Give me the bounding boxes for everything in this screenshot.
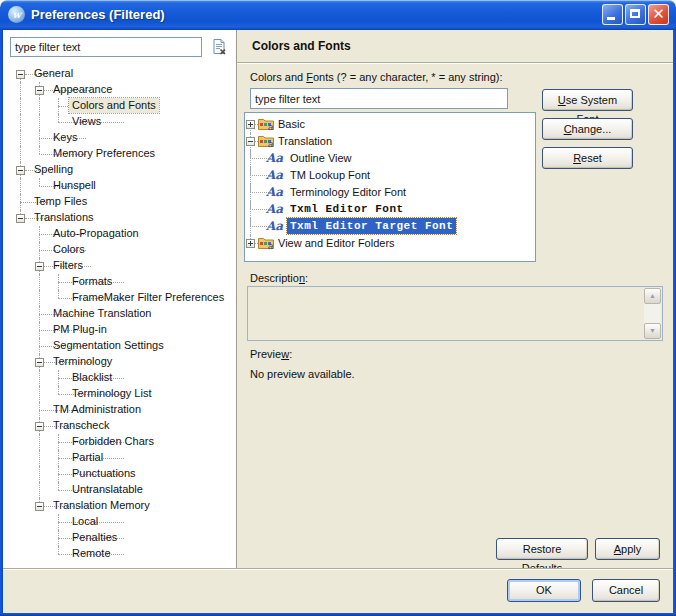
nav-item-blacklist[interactable]: Blacklist [3,370,235,386]
font-sample-Aa-icon: Aa [266,184,283,200]
tree-item-label: Spelling [31,162,76,177]
nav-item-local[interactable]: Local [3,514,235,530]
nav-item-machine-translation[interactable]: Machine Translation [3,306,235,322]
nav-item-transcheck[interactable]: Transcheck [3,418,235,434]
mnemonic-underline: C [564,123,572,135]
nav-item-framemaker-filter-preferences[interactable]: FrameMaker Filter Preferences [3,290,235,306]
tree-item-label: Appearance [50,82,115,97]
nav-item-spelling[interactable]: Spelling [3,162,235,178]
maximize-button[interactable] [625,4,646,25]
tree-item-label: Blacklist [69,370,115,385]
tree-item-label: Terminology [50,354,115,369]
scroll-up-arrow-icon: ▲ [649,292,656,299]
scroll-up-button[interactable]: ▲ [644,288,661,304]
tree-expand-toggle[interactable] [35,262,44,271]
nav-item-colors[interactable]: Colors [3,242,235,258]
nav-item-pm-plug-in[interactable]: PM Plug-in [3,322,235,338]
tree-expand-toggle[interactable] [246,137,255,146]
titlebar[interactable]: w Preferences (Filtered) ✕ [0,0,676,30]
font-item-outline-view[interactable]: AaOutline View [245,150,535,167]
nav-item-punctuations[interactable]: Punctuations [3,466,235,482]
label-text: Colors and [250,71,306,83]
nav-item-forbidden-chars[interactable]: Forbidden Chars [3,434,235,450]
nav-item-colors-and-fonts[interactable]: Colors and Fonts [3,98,235,114]
tree-item-label: Colors and Fonts [69,98,159,113]
dialog-button-bar: OK Cancel [3,568,673,613]
nav-item-penalties[interactable]: Penalties [3,530,235,546]
tree-expand-toggle[interactable] [246,239,255,248]
font-action-buttons: Use System Font Change... Reset [542,89,633,169]
titlebar-buttons: ✕ [602,4,669,25]
tree-expand-toggle[interactable] [16,214,25,223]
font-item-tm-lookup-font[interactable]: AaTM Lookup Font [245,167,535,184]
scroll-down-button[interactable]: ▼ [644,323,661,339]
label-text: Descriptio [250,272,299,284]
window-title: Preferences (Filtered) [31,0,165,30]
apply-button[interactable]: Apply [595,538,660,560]
close-button[interactable]: ✕ [648,4,669,25]
font-item-txml-editor-font[interactable]: AaTxml Editor Font [245,201,535,218]
nav-item-hunspell[interactable]: Hunspell [3,178,235,194]
nav-item-auto-propagation[interactable]: Auto-Propagation [3,226,235,242]
nav-item-untranslatable[interactable]: Untranslatable [3,482,235,498]
nav-item-temp-files[interactable]: Temp Files [3,194,235,210]
nav-item-terminology-list[interactable]: Terminology List [3,386,235,402]
nav-item-keys[interactable]: Keys [3,130,235,146]
tree-item-label: Txml Editor Font [287,201,407,217]
minimize-icon [607,17,615,20]
tree-item-label: Memory Preferences [50,146,158,161]
maximize-icon [630,9,640,18]
tree-expand-toggle[interactable] [16,166,25,175]
tree-item-label: Partial [69,450,106,465]
nav-item-views[interactable]: Views [3,114,235,130]
nav-item-appearance[interactable]: Appearance [3,82,235,98]
use-system-font-button[interactable]: Use System Font [542,89,633,111]
clear-filter-button[interactable] [208,37,230,57]
tree-item-label: Transcheck [50,418,112,433]
nav-item-segmentation-settings[interactable]: Segmentation Settings [3,338,235,354]
tree-item-label: Temp Files [31,194,90,209]
fonts-tree[interactable]: aBasicaTranslationAaOutline ViewAaTM Loo… [244,112,536,262]
minimize-button[interactable] [602,4,623,25]
tree-item-label: Hunspell [50,178,99,193]
reset-button[interactable]: Reset [542,147,633,169]
font-item-basic[interactable]: aBasic [245,116,535,133]
cancel-button[interactable]: Cancel [592,579,660,602]
tree-expand-toggle[interactable] [35,358,44,367]
nav-item-general[interactable]: General [3,66,235,82]
font-category-folder-icon: a [258,236,274,254]
nav-item-translation-memory[interactable]: Translation Memory [3,498,235,514]
label-text: pply [621,543,641,555]
tree-item-label: Filters [50,258,86,273]
font-item-translation[interactable]: aTranslation [245,133,535,150]
font-item-txml-editor-target-font[interactable]: AaTxml Editor Target Font [245,218,535,235]
ok-button[interactable]: OK [507,579,581,602]
svg-text:a: a [268,139,274,148]
font-sample-Aa-icon: Aa [266,167,283,183]
tree-expand-toggle[interactable] [35,422,44,431]
nav-item-filters[interactable]: Filters [3,258,235,274]
fonts-filter-input[interactable] [250,88,508,109]
nav-item-remote[interactable]: Remote [3,546,235,562]
nav-item-terminology[interactable]: Terminology [3,354,235,370]
nav-item-translations[interactable]: Translations [3,210,235,226]
tree-item-label: Punctuations [69,466,139,481]
tree-expand-toggle[interactable] [16,70,25,79]
tree-expand-toggle[interactable] [35,502,44,511]
tree-expand-toggle[interactable] [246,120,255,129]
tree-item-label: Keys [50,130,80,145]
restore-defaults-button[interactable]: Restore Defaults [496,538,588,560]
description-textarea[interactable]: ▲ ▼ [247,286,663,341]
change-button[interactable]: Change... [542,118,633,140]
nav-item-formats[interactable]: Formats [3,274,235,290]
nav-filter-input[interactable] [10,37,202,57]
nav-item-memory-preferences[interactable]: Memory Preferences [3,146,235,162]
nav-item-partial[interactable]: Partial [3,450,235,466]
font-item-terminology-editor-font[interactable]: AaTerminology Editor Font [245,184,535,201]
font-item-view-and-editor-folders[interactable]: aView and Editor Folders [245,235,535,252]
tree-expand-toggle[interactable] [35,86,44,95]
tree-item-label: TM Lookup Font [287,167,373,183]
nav-item-tm-administration[interactable]: TM Administration [3,402,235,418]
tree-item-label: General [31,66,76,81]
tree-item-label: Outline View [287,150,355,166]
